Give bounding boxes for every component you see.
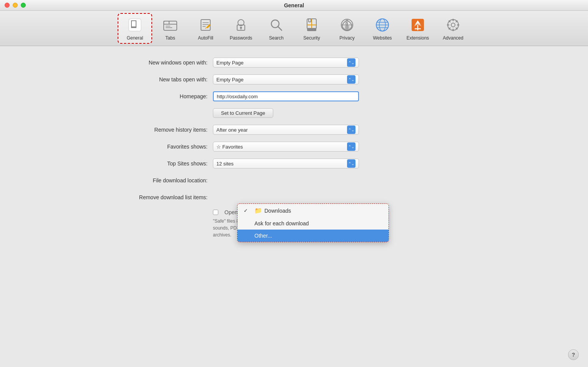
tab-advanced[interactable]: Advanced — [436, 13, 470, 44]
top-sites-value: 12 sites — [216, 161, 234, 167]
tab-tabs-label: Tabs — [165, 35, 175, 41]
new-windows-row: New windows open with: Empty Page ⌃⌄ — [0, 58, 588, 68]
top-sites-control: 12 sites ⌃⌄ — [213, 159, 367, 169]
download-location-dropdown: ✓ 📁 Downloads Ask for each download Othe… — [237, 203, 389, 242]
homepage-row: Homepage: — [0, 91, 588, 101]
new-windows-value: Empty Page — [216, 60, 244, 66]
remove-history-select[interactable]: After one year ⌃⌄ — [213, 125, 359, 135]
tab-security-label: Security — [303, 35, 320, 41]
homepage-input[interactable] — [213, 91, 359, 101]
checkmark-icon: ✓ — [244, 208, 251, 213]
remove-download-row: Remove download list items: After downlo… — [0, 192, 588, 202]
traffic-lights — [5, 3, 26, 8]
content-area: New windows open with: Empty Page ⌃⌄ New… — [0, 46, 588, 367]
file-download-row: File download location: Downloads ⌃⌄ — [0, 175, 588, 185]
top-sites-label: Top Sites shows: — [77, 160, 208, 167]
general-icon — [126, 16, 144, 34]
file-download-label: File download location: — [77, 177, 208, 184]
favorites-value: ☆ Favorites — [216, 144, 243, 150]
svg-rect-3 — [164, 21, 177, 30]
tab-privacy-label: Privacy — [339, 35, 354, 41]
svg-point-15 — [240, 26, 242, 28]
tab-autofill-label: AutoFill — [198, 35, 213, 41]
new-tabs-label: New tabs open with: — [77, 76, 208, 83]
new-tabs-value: Empty Page — [216, 77, 244, 83]
new-windows-label: New windows open with: — [77, 60, 208, 66]
svg-rect-20 — [309, 19, 311, 22]
svg-rect-23 — [307, 28, 316, 31]
svg-point-37 — [451, 23, 455, 27]
extensions-icon — [409, 16, 427, 34]
dropdown-item-downloads[interactable]: ✓ 📁 Downloads — [238, 204, 389, 217]
tab-extensions[interactable]: Extensions — [400, 13, 435, 44]
title-bar: General — [0, 0, 588, 11]
set-current-page-button[interactable]: Set to Current Page — [213, 108, 273, 118]
favorites-control: ☆ Favorites ⌃⌄ — [213, 142, 367, 152]
search-icon — [267, 16, 285, 34]
tab-websites[interactable]: Websites — [365, 13, 400, 44]
svg-line-18 — [278, 26, 282, 30]
tab-search-label: Search — [269, 35, 284, 41]
favorites-label: Favorites shows: — [77, 144, 208, 150]
remove-history-control: After one year ⌃⌄ — [213, 125, 367, 135]
security-icon — [303, 16, 321, 34]
new-windows-control: Empty Page ⌃⌄ — [213, 58, 367, 68]
tabs-icon — [161, 16, 179, 34]
tab-tabs[interactable]: Tabs — [153, 13, 188, 44]
advanced-icon — [444, 16, 462, 34]
tab-search[interactable]: Search — [259, 13, 294, 44]
safe-files-checkbox[interactable] — [213, 210, 218, 215]
top-sites-select[interactable]: 12 sites ⌃⌄ — [213, 159, 359, 169]
new-tabs-control: Empty Page ⌃⌄ — [213, 74, 367, 84]
remove-history-value: After one year — [216, 127, 248, 133]
autofill-icon — [197, 16, 214, 34]
svg-point-32 — [376, 19, 389, 31]
favorites-select[interactable]: ☆ Favorites ⌃⌄ — [213, 142, 359, 152]
help-button[interactable]: ? — [568, 349, 579, 360]
close-button[interactable] — [5, 3, 10, 8]
new-tabs-row: New tabs open with: Empty Page ⌃⌄ — [0, 74, 588, 84]
tab-security[interactable]: Security — [294, 13, 329, 44]
set-current-page-control: Set to Current Page — [213, 108, 367, 118]
svg-rect-2 — [132, 21, 136, 26]
remove-download-control: After download succeeds ⌃⌄ — [213, 192, 367, 202]
toolbar: General Tabs AutoFill — [0, 11, 588, 46]
privacy-icon — [338, 16, 356, 34]
top-sites-row: Top Sites shows: 12 sites ⌃⌄ — [0, 159, 588, 169]
minimize-button[interactable] — [13, 3, 18, 8]
tab-general-label: General — [127, 35, 143, 41]
svg-rect-4 — [164, 21, 169, 24]
tab-autofill[interactable]: AutoFill — [188, 13, 223, 44]
tab-passwords-label: Passwords — [230, 35, 252, 41]
homepage-control — [213, 91, 367, 101]
dropdown-item-ask[interactable]: Ask for each download — [238, 217, 389, 230]
tab-general[interactable]: General — [118, 13, 152, 44]
top-sites-arrow: ⌃⌄ — [347, 159, 355, 168]
homepage-label: Homepage: — [77, 93, 208, 99]
svg-line-12 — [206, 27, 206, 29]
tab-privacy[interactable]: Privacy — [330, 13, 364, 44]
tab-websites-label: Websites — [373, 35, 392, 41]
remove-history-arrow: ⌃⌄ — [347, 126, 355, 134]
downloads-label: Downloads — [264, 208, 291, 214]
tab-extensions-label: Extensions — [407, 35, 429, 41]
favorites-row: Favorites shows: ☆ Favorites ⌃⌄ — [0, 142, 588, 152]
file-download-control: Downloads ⌃⌄ — [213, 175, 367, 185]
new-windows-select[interactable]: Empty Page ⌃⌄ — [213, 58, 359, 68]
new-tabs-select[interactable]: Empty Page ⌃⌄ — [213, 74, 359, 84]
websites-icon — [374, 16, 391, 34]
tab-advanced-label: Advanced — [443, 35, 463, 41]
remove-history-label: Remove history items: — [77, 127, 208, 133]
favorites-arrow: ⌃⌄ — [347, 142, 355, 151]
other-label: Other... — [254, 233, 272, 239]
fullscreen-button[interactable] — [21, 3, 26, 8]
passwords-icon — [232, 16, 250, 34]
new-tabs-arrow: ⌃⌄ — [347, 75, 355, 84]
ask-label: Ask for each download — [254, 220, 309, 226]
dropdown-item-other[interactable]: Other... — [238, 230, 389, 242]
remove-history-row: Remove history items: After one year ⌃⌄ — [0, 125, 588, 135]
set-current-page-row: Set to Current Page — [0, 108, 588, 118]
folder-icon: 📁 — [254, 207, 262, 214]
tab-passwords[interactable]: Passwords — [224, 13, 258, 44]
remove-download-label: Remove download list items: — [77, 194, 208, 200]
